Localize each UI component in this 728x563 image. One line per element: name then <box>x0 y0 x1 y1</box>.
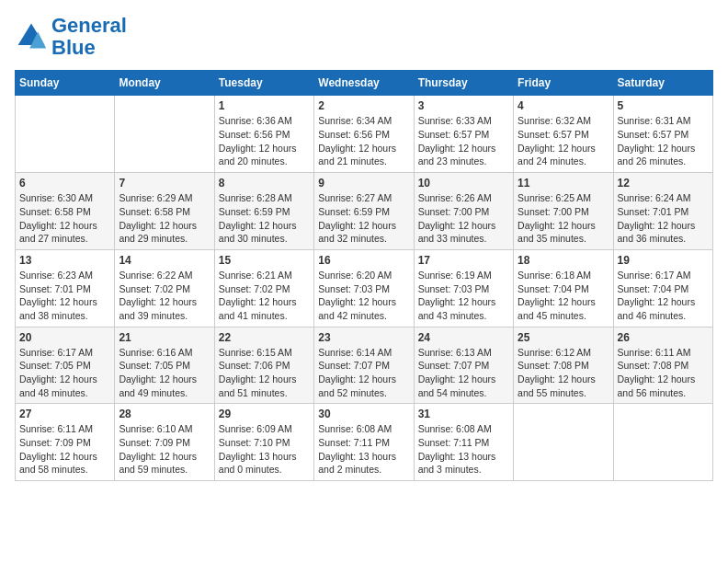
day-number: 1 <box>219 99 310 112</box>
day-detail: Sunrise: 6:15 AM Sunset: 7:06 PM Dayligh… <box>219 346 310 400</box>
weekday-header: Tuesday <box>214 71 313 96</box>
day-number: 4 <box>518 99 609 112</box>
calendar-cell: 18Sunrise: 6:18 AM Sunset: 7:04 PM Dayli… <box>514 249 613 327</box>
calendar-cell: 2Sunrise: 6:34 AM Sunset: 6:56 PM Daylig… <box>314 96 414 173</box>
calendar-cell: 11Sunrise: 6:25 AM Sunset: 7:00 PM Dayli… <box>514 173 613 250</box>
day-number: 17 <box>418 254 509 267</box>
day-number: 15 <box>219 254 310 267</box>
day-number: 12 <box>618 177 709 190</box>
calendar-cell: 27Sunrise: 6:11 AM Sunset: 7:09 PM Dayli… <box>16 404 115 481</box>
day-number: 20 <box>19 331 110 344</box>
calendar-cell: 24Sunrise: 6:13 AM Sunset: 7:07 PM Dayli… <box>414 327 513 404</box>
day-number: 31 <box>418 408 509 420</box>
calendar-week-row: 13Sunrise: 6:23 AM Sunset: 7:01 PM Dayli… <box>16 249 713 327</box>
day-detail: Sunrise: 6:10 AM Sunset: 7:09 PM Dayligh… <box>119 422 210 477</box>
day-number: 8 <box>219 177 310 190</box>
calendar-cell <box>115 96 214 173</box>
weekday-header-row: SundayMondayTuesdayWednesdayThursdayFrid… <box>16 71 713 96</box>
day-number: 23 <box>318 331 409 344</box>
calendar-cell: 3Sunrise: 6:33 AM Sunset: 6:57 PM Daylig… <box>414 96 513 173</box>
day-number: 13 <box>19 254 110 267</box>
calendar-cell: 4Sunrise: 6:32 AM Sunset: 6:57 PM Daylig… <box>514 96 613 173</box>
day-detail: Sunrise: 6:34 AM Sunset: 6:56 PM Dayligh… <box>318 114 409 168</box>
calendar-cell: 26Sunrise: 6:11 AM Sunset: 7:08 PM Dayli… <box>613 327 712 404</box>
calendar-table: SundayMondayTuesdayWednesdayThursdayFrid… <box>15 70 713 481</box>
day-number: 25 <box>518 331 609 344</box>
day-number: 29 <box>219 408 310 420</box>
page-header: General Blue <box>15 15 713 59</box>
day-detail: Sunrise: 6:18 AM Sunset: 7:04 PM Dayligh… <box>518 269 609 323</box>
day-detail: Sunrise: 6:32 AM Sunset: 6:57 PM Dayligh… <box>518 114 609 168</box>
day-number: 11 <box>518 177 609 190</box>
calendar-week-row: 20Sunrise: 6:17 AM Sunset: 7:05 PM Dayli… <box>16 327 713 404</box>
day-number: 16 <box>318 254 409 267</box>
day-number: 5 <box>618 99 709 112</box>
calendar-cell: 28Sunrise: 6:10 AM Sunset: 7:09 PM Dayli… <box>115 404 214 481</box>
day-number: 14 <box>119 254 210 267</box>
day-detail: Sunrise: 6:20 AM Sunset: 7:03 PM Dayligh… <box>318 269 409 323</box>
calendar-cell: 25Sunrise: 6:12 AM Sunset: 7:08 PM Dayli… <box>514 327 613 404</box>
day-detail: Sunrise: 6:26 AM Sunset: 7:00 PM Dayligh… <box>418 191 509 246</box>
calendar-cell: 5Sunrise: 6:31 AM Sunset: 6:57 PM Daylig… <box>613 96 712 173</box>
calendar-cell: 29Sunrise: 6:09 AM Sunset: 7:10 PM Dayli… <box>214 404 313 481</box>
day-detail: Sunrise: 6:11 AM Sunset: 7:08 PM Dayligh… <box>618 346 709 400</box>
day-number: 7 <box>119 177 210 190</box>
calendar-cell: 8Sunrise: 6:28 AM Sunset: 6:59 PM Daylig… <box>214 173 313 250</box>
calendar-cell: 1Sunrise: 6:36 AM Sunset: 6:56 PM Daylig… <box>214 96 313 173</box>
day-detail: Sunrise: 6:19 AM Sunset: 7:03 PM Dayligh… <box>418 269 509 323</box>
day-detail: Sunrise: 6:29 AM Sunset: 6:58 PM Dayligh… <box>119 191 210 246</box>
calendar-cell: 15Sunrise: 6:21 AM Sunset: 7:02 PM Dayli… <box>214 249 313 327</box>
day-detail: Sunrise: 6:24 AM Sunset: 7:01 PM Dayligh… <box>618 191 709 246</box>
day-number: 30 <box>318 408 409 420</box>
day-detail: Sunrise: 6:08 AM Sunset: 7:11 PM Dayligh… <box>418 422 509 477</box>
calendar-cell: 9Sunrise: 6:27 AM Sunset: 6:59 PM Daylig… <box>314 173 414 250</box>
calendar-cell: 19Sunrise: 6:17 AM Sunset: 7:04 PM Dayli… <box>613 249 712 327</box>
logo: General Blue <box>15 15 127 59</box>
day-detail: Sunrise: 6:08 AM Sunset: 7:11 PM Dayligh… <box>318 422 409 477</box>
calendar-cell: 6Sunrise: 6:30 AM Sunset: 6:58 PM Daylig… <box>16 173 115 250</box>
day-detail: Sunrise: 6:33 AM Sunset: 6:57 PM Dayligh… <box>418 114 509 168</box>
day-detail: Sunrise: 6:13 AM Sunset: 7:07 PM Dayligh… <box>418 346 509 400</box>
weekday-header: Monday <box>115 71 214 96</box>
day-detail: Sunrise: 6:31 AM Sunset: 6:57 PM Dayligh… <box>618 114 709 168</box>
calendar-cell: 17Sunrise: 6:19 AM Sunset: 7:03 PM Dayli… <box>414 249 513 327</box>
weekday-header: Wednesday <box>314 71 414 96</box>
day-number: 9 <box>318 177 409 190</box>
calendar-week-row: 27Sunrise: 6:11 AM Sunset: 7:09 PM Dayli… <box>16 404 713 481</box>
day-detail: Sunrise: 6:23 AM Sunset: 7:01 PM Dayligh… <box>19 269 110 323</box>
calendar-cell: 31Sunrise: 6:08 AM Sunset: 7:11 PM Dayli… <box>414 404 513 481</box>
day-detail: Sunrise: 6:22 AM Sunset: 7:02 PM Dayligh… <box>119 269 210 323</box>
day-number: 6 <box>19 177 110 190</box>
day-number: 26 <box>618 331 709 344</box>
day-number: 21 <box>119 331 210 344</box>
calendar-cell: 23Sunrise: 6:14 AM Sunset: 7:07 PM Dayli… <box>314 327 414 404</box>
calendar-cell <box>514 404 613 481</box>
calendar-week-row: 1Sunrise: 6:36 AM Sunset: 6:56 PM Daylig… <box>16 96 713 173</box>
calendar-cell: 22Sunrise: 6:15 AM Sunset: 7:06 PM Dayli… <box>214 327 313 404</box>
calendar-cell: 30Sunrise: 6:08 AM Sunset: 7:11 PM Dayli… <box>314 404 414 481</box>
day-number: 28 <box>119 408 210 420</box>
day-detail: Sunrise: 6:28 AM Sunset: 6:59 PM Dayligh… <box>219 191 310 246</box>
day-detail: Sunrise: 6:25 AM Sunset: 7:00 PM Dayligh… <box>518 191 609 246</box>
day-number: 2 <box>318 99 409 112</box>
weekday-header: Thursday <box>414 71 513 96</box>
calendar-cell <box>16 96 115 173</box>
calendar-cell: 16Sunrise: 6:20 AM Sunset: 7:03 PM Dayli… <box>314 249 414 327</box>
day-detail: Sunrise: 6:21 AM Sunset: 7:02 PM Dayligh… <box>219 269 310 323</box>
calendar-week-row: 6Sunrise: 6:30 AM Sunset: 6:58 PM Daylig… <box>16 173 713 250</box>
calendar-cell: 13Sunrise: 6:23 AM Sunset: 7:01 PM Dayli… <box>16 249 115 327</box>
day-detail: Sunrise: 6:09 AM Sunset: 7:10 PM Dayligh… <box>219 422 310 477</box>
calendar-cell: 14Sunrise: 6:22 AM Sunset: 7:02 PM Dayli… <box>115 249 214 327</box>
calendar-cell: 7Sunrise: 6:29 AM Sunset: 6:58 PM Daylig… <box>115 173 214 250</box>
day-detail: Sunrise: 6:27 AM Sunset: 6:59 PM Dayligh… <box>318 191 409 246</box>
calendar-cell <box>613 404 712 481</box>
weekday-header: Friday <box>514 71 613 96</box>
day-detail: Sunrise: 6:17 AM Sunset: 7:05 PM Dayligh… <box>19 346 110 400</box>
calendar-cell: 21Sunrise: 6:16 AM Sunset: 7:05 PM Dayli… <box>115 327 214 404</box>
calendar-cell: 20Sunrise: 6:17 AM Sunset: 7:05 PM Dayli… <box>16 327 115 404</box>
logo-icon <box>15 20 48 53</box>
day-detail: Sunrise: 6:30 AM Sunset: 6:58 PM Dayligh… <box>19 191 110 246</box>
day-detail: Sunrise: 6:17 AM Sunset: 7:04 PM Dayligh… <box>618 269 709 323</box>
day-number: 10 <box>418 177 509 190</box>
day-number: 24 <box>418 331 509 344</box>
